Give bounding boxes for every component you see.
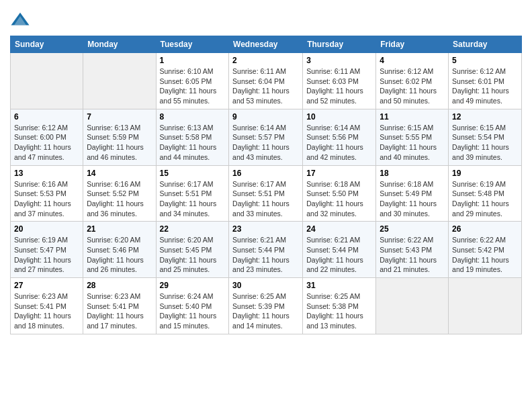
cell-info: Sunrise: 6:21 AMSunset: 5:44 PMDaylight:… [232, 236, 290, 273]
cell-info: Sunrise: 6:17 AMSunset: 5:51 PMDaylight:… [232, 180, 290, 218]
header-day-tuesday: Tuesday [156, 36, 229, 53]
calendar-cell: 8Sunrise: 6:13 AMSunset: 5:58 PMDaylight… [156, 109, 229, 165]
day-number: 14 [87, 169, 152, 178]
calendar-cell: 10Sunrise: 6:14 AMSunset: 5:56 PMDayligh… [303, 109, 376, 165]
logo [10, 10, 33, 30]
cell-info: Sunrise: 6:10 AMSunset: 6:05 PMDaylight:… [160, 67, 217, 105]
cell-info: Sunrise: 6:22 AMSunset: 5:43 PMDaylight:… [380, 236, 437, 273]
week-row-1: 1Sunrise: 6:10 AMSunset: 6:05 PMDaylight… [11, 53, 522, 109]
cell-info: Sunrise: 6:15 AMSunset: 5:54 PMDaylight:… [452, 124, 509, 161]
week-row-5: 27Sunrise: 6:23 AMSunset: 5:41 PMDayligh… [11, 278, 522, 334]
header-day-sunday: Sunday [11, 36, 83, 53]
day-number: 19 [452, 169, 518, 178]
calendar-cell: 22Sunrise: 6:20 AMSunset: 5:45 PMDayligh… [156, 222, 229, 278]
header-day-friday: Friday [376, 36, 449, 53]
calendar-cell: 17Sunrise: 6:18 AMSunset: 5:50 PMDayligh… [303, 165, 376, 222]
calendar-cell: 20Sunrise: 6:19 AMSunset: 5:47 PMDayligh… [11, 222, 83, 278]
day-number: 13 [14, 169, 79, 178]
day-number: 1 [160, 56, 226, 65]
cell-info: Sunrise: 6:12 AMSunset: 6:02 PMDaylight:… [380, 67, 437, 105]
day-number: 8 [160, 112, 226, 122]
calendar-cell: 12Sunrise: 6:15 AMSunset: 5:54 PMDayligh… [449, 109, 522, 165]
cell-info: Sunrise: 6:16 AMSunset: 5:53 PMDaylight:… [14, 180, 71, 218]
cell-info: Sunrise: 6:17 AMSunset: 5:51 PMDaylight:… [160, 180, 217, 218]
calendar-cell: 14Sunrise: 6:16 AMSunset: 5:52 PMDayligh… [83, 165, 156, 222]
calendar-cell: 11Sunrise: 6:15 AMSunset: 5:55 PMDayligh… [376, 109, 449, 165]
calendar-cell: 1Sunrise: 6:10 AMSunset: 6:05 PMDaylight… [156, 53, 229, 109]
cell-info: Sunrise: 6:21 AMSunset: 5:44 PMDaylight:… [306, 236, 363, 273]
header [10, 7, 522, 30]
calendar-cell: 19Sunrise: 6:19 AMSunset: 5:48 PMDayligh… [449, 165, 522, 222]
calendar-cell: 6Sunrise: 6:12 AMSunset: 6:00 PMDaylight… [11, 109, 83, 165]
cell-info: Sunrise: 6:24 AMSunset: 5:40 PMDaylight:… [160, 292, 217, 330]
calendar-cell [83, 53, 156, 109]
main-container: SundayMondayTuesdayWednesdayThursdayFrid… [0, 0, 532, 341]
calendar-body: 1Sunrise: 6:10 AMSunset: 6:05 PMDaylight… [11, 53, 522, 334]
cell-info: Sunrise: 6:23 AMSunset: 5:41 PMDaylight:… [87, 292, 144, 330]
day-number: 15 [160, 169, 226, 178]
week-row-4: 20Sunrise: 6:19 AMSunset: 5:47 PMDayligh… [11, 222, 522, 278]
day-number: 4 [380, 56, 445, 65]
day-number: 20 [14, 224, 79, 234]
cell-info: Sunrise: 6:25 AMSunset: 5:38 PMDaylight:… [306, 292, 363, 330]
header-day-monday: Monday [83, 36, 156, 53]
cell-info: Sunrise: 6:20 AMSunset: 5:46 PMDaylight:… [87, 236, 144, 273]
calendar-cell: 2Sunrise: 6:11 AMSunset: 6:04 PMDaylight… [229, 53, 303, 109]
calendar-cell: 13Sunrise: 6:16 AMSunset: 5:53 PMDayligh… [11, 165, 83, 222]
day-number: 26 [452, 224, 518, 234]
day-number: 9 [232, 112, 299, 122]
header-day-wednesday: Wednesday [229, 36, 303, 53]
calendar-cell [11, 53, 83, 109]
day-number: 16 [232, 169, 299, 178]
calendar-cell: 21Sunrise: 6:20 AMSunset: 5:46 PMDayligh… [83, 222, 156, 278]
day-number: 30 [232, 281, 299, 290]
day-number: 11 [380, 112, 445, 122]
calendar-cell: 29Sunrise: 6:24 AMSunset: 5:40 PMDayligh… [156, 278, 229, 334]
calendar-cell: 3Sunrise: 6:11 AMSunset: 6:03 PMDaylight… [303, 53, 376, 109]
cell-info: Sunrise: 6:14 AMSunset: 5:57 PMDaylight:… [232, 124, 290, 161]
day-number: 27 [14, 281, 79, 290]
calendar-cell: 15Sunrise: 6:17 AMSunset: 5:51 PMDayligh… [156, 165, 229, 222]
cell-info: Sunrise: 6:15 AMSunset: 5:55 PMDaylight:… [380, 124, 437, 161]
calendar-header: SundayMondayTuesdayWednesdayThursdayFrid… [11, 36, 522, 53]
cell-info: Sunrise: 6:19 AMSunset: 5:47 PMDaylight:… [14, 236, 71, 273]
cell-info: Sunrise: 6:20 AMSunset: 5:45 PMDaylight:… [160, 236, 217, 273]
cell-info: Sunrise: 6:11 AMSunset: 6:03 PMDaylight:… [306, 67, 363, 105]
day-number: 7 [87, 112, 152, 122]
day-number: 17 [306, 169, 372, 178]
cell-info: Sunrise: 6:22 AMSunset: 5:42 PMDaylight:… [452, 236, 509, 273]
calendar-cell: 26Sunrise: 6:22 AMSunset: 5:42 PMDayligh… [449, 222, 522, 278]
cell-info: Sunrise: 6:18 AMSunset: 5:49 PMDaylight:… [380, 180, 437, 218]
day-number: 12 [452, 112, 518, 122]
calendar-cell: 25Sunrise: 6:22 AMSunset: 5:43 PMDayligh… [376, 222, 449, 278]
calendar-cell: 7Sunrise: 6:13 AMSunset: 5:59 PMDaylight… [83, 109, 156, 165]
calendar-cell: 18Sunrise: 6:18 AMSunset: 5:49 PMDayligh… [376, 165, 449, 222]
cell-info: Sunrise: 6:23 AMSunset: 5:41 PMDaylight:… [14, 292, 71, 330]
day-number: 22 [160, 224, 226, 234]
week-row-3: 13Sunrise: 6:16 AMSunset: 5:53 PMDayligh… [11, 165, 522, 222]
cell-info: Sunrise: 6:18 AMSunset: 5:50 PMDaylight:… [306, 180, 363, 218]
day-number: 10 [306, 112, 372, 122]
cell-info: Sunrise: 6:13 AMSunset: 5:59 PMDaylight:… [87, 124, 144, 161]
cell-info: Sunrise: 6:12 AMSunset: 6:00 PMDaylight:… [14, 124, 71, 161]
cell-info: Sunrise: 6:16 AMSunset: 5:52 PMDaylight:… [87, 180, 144, 218]
calendar-cell: 28Sunrise: 6:23 AMSunset: 5:41 PMDayligh… [83, 278, 156, 334]
header-day-thursday: Thursday [303, 36, 376, 53]
day-number: 21 [87, 224, 152, 234]
calendar-cell: 31Sunrise: 6:25 AMSunset: 5:38 PMDayligh… [303, 278, 376, 334]
calendar-table: SundayMondayTuesdayWednesdayThursdayFrid… [10, 36, 522, 334]
cell-info: Sunrise: 6:12 AMSunset: 6:01 PMDaylight:… [452, 67, 509, 105]
calendar-cell [376, 278, 449, 334]
calendar-cell: 5Sunrise: 6:12 AMSunset: 6:01 PMDaylight… [449, 53, 522, 109]
calendar-cell: 24Sunrise: 6:21 AMSunset: 5:44 PMDayligh… [303, 222, 376, 278]
logo-icon [10, 10, 30, 30]
day-number: 2 [232, 56, 299, 65]
day-number: 25 [380, 224, 445, 234]
header-row: SundayMondayTuesdayWednesdayThursdayFrid… [11, 36, 522, 53]
day-number: 3 [306, 56, 372, 65]
header-day-saturday: Saturday [449, 36, 522, 53]
cell-info: Sunrise: 6:11 AMSunset: 6:04 PMDaylight:… [232, 67, 290, 105]
calendar-cell: 30Sunrise: 6:25 AMSunset: 5:39 PMDayligh… [229, 278, 303, 334]
day-number: 23 [232, 224, 299, 234]
calendar-cell: 23Sunrise: 6:21 AMSunset: 5:44 PMDayligh… [229, 222, 303, 278]
